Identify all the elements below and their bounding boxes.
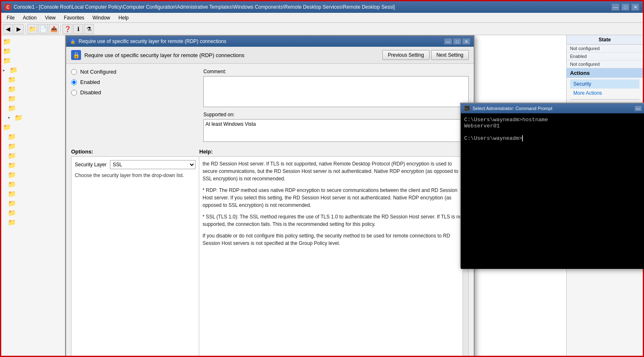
sidebar-item-5[interactable]: 📁 (6, 75, 65, 84)
radio-not-configured-input[interactable] (71, 69, 77, 75)
cmd-title-text: Select Administrator: Command Prompt (472, 106, 552, 111)
export-button[interactable]: 📤 (49, 24, 59, 34)
sidebar-item-16[interactable]: 📁 (6, 180, 65, 189)
filter-button[interactable]: ⚗ (84, 24, 94, 34)
sidebar-item-6[interactable]: 📁 (6, 84, 65, 94)
folder-icon-5: 📁 (8, 76, 16, 84)
sidebar-item-4[interactable]: ▸ 📁 (1, 65, 65, 75)
menu-view[interactable]: View (41, 14, 60, 22)
radio-enabled[interactable]: Enabled (71, 79, 195, 85)
actions-security[interactable]: Security (570, 79, 639, 89)
sidebar-item-15[interactable]: 📁 (6, 170, 65, 180)
menu-help[interactable]: Help (115, 14, 133, 22)
cmd-minimize-btn[interactable]: — (634, 105, 642, 111)
actions-divider (570, 99, 639, 100)
state-row-1: Not configured (567, 45, 643, 53)
cmd-line-2: Webserver01 (464, 123, 642, 129)
minimize-button[interactable]: — (611, 3, 620, 11)
security-layer-label: Security Layer (75, 162, 107, 168)
radio-not-configured-label: Not Configured (80, 69, 116, 75)
cmd-title-bar: >_ Select Administrator: Command Prompt … (461, 103, 644, 113)
radio-enabled-label: Enabled (80, 79, 100, 85)
dialog-minimize-btn[interactable]: — (444, 38, 452, 45)
help-text: the RD Session Host server. If TLS is no… (203, 160, 465, 247)
radio-disabled-input[interactable] (71, 90, 77, 96)
security-layer-row: Security Layer RDP Negotiate SSL (75, 160, 196, 169)
sidebar-item-11[interactable]: 📁 (6, 132, 65, 141)
sidebar-item-18[interactable]: 📁 (6, 199, 65, 208)
dialog-close-btn[interactable]: ✕ (462, 38, 470, 45)
sidebar-item-7[interactable]: 📁 (6, 94, 65, 103)
expand-arrow-4: ▸ (3, 68, 8, 72)
up-button[interactable]: 📁 (27, 24, 37, 34)
sidebar-item-2[interactable]: 📁 (1, 46, 65, 56)
help-section-label: Help: (199, 149, 469, 155)
actions-title: Actions (567, 68, 643, 78)
toolbar-sep-2 (60, 25, 61, 33)
comment-label: Comment: (203, 69, 469, 74)
folder-icon-10: 📁 (3, 123, 11, 131)
folder-icon-18: 📁 (8, 199, 16, 207)
toolbar: ◀ ▶ 📁 📄 📤 ❓ ℹ ⚗ (1, 23, 643, 35)
sidebar-item-12[interactable]: 📁 (6, 141, 65, 151)
dialog-header: 🔒 Require use of specific security layer… (66, 47, 474, 64)
folder-icon-4: 📁 (10, 66, 18, 74)
folder-icon-6: 📁 (8, 85, 16, 93)
sidebar-item-14[interactable]: 📁 (6, 161, 65, 170)
sidebar-item-13[interactable]: 📁 (6, 151, 65, 161)
show-hide-button[interactable]: 📄 (38, 24, 48, 34)
folder-icon-3: 📁 (3, 57, 11, 65)
radio-disabled-label: Disabled (80, 89, 101, 96)
about-button[interactable]: ℹ (73, 24, 83, 34)
dialog-header-title: Require use of specific security layer f… (84, 52, 244, 58)
actions-more[interactable]: More Actions (570, 89, 639, 98)
option-description: Choose the security layer from the drop-… (75, 173, 196, 178)
cmd-cursor (522, 135, 526, 141)
radio-not-configured[interactable]: Not Configured (71, 69, 195, 75)
folder-icon-9: 📁 (14, 114, 23, 122)
folder-icon-2: 📁 (3, 47, 11, 55)
sidebar-item-9[interactable]: ▾ 📁 (6, 113, 65, 122)
sidebar-item-3[interactable]: 📁 (1, 56, 65, 65)
back-button[interactable]: ◀ (3, 24, 13, 34)
folder-icon-15: 📁 (8, 171, 16, 179)
sidebar-item-10[interactable]: 📁 (1, 122, 65, 132)
folder-icon-1: 📁 (3, 38, 11, 46)
help-para-3: * SSL (TLS 1.0): The SSL method requires… (203, 213, 465, 228)
menu-favorites[interactable]: Favorites (60, 14, 88, 22)
sidebar-item-8[interactable]: 📁 (6, 103, 65, 113)
help-para-2: * RDP: The RDP method uses native RDP en… (203, 187, 465, 209)
restore-button[interactable]: □ (621, 3, 630, 11)
menu-window[interactable]: Window (89, 14, 114, 22)
sidebar: 📁 📁 📁 ▸ 📁 📁 📁 📁 📁 ▾ 📁 📁 (1, 35, 65, 357)
sidebar-item-1[interactable]: 📁 (1, 37, 65, 46)
right-panels: State Not configured Enabled Not configu… (566, 35, 643, 357)
sidebar-item-17[interactable]: 📁 (6, 189, 65, 199)
close-button[interactable]: ✕ (631, 3, 639, 11)
prev-setting-button[interactable]: Previous Setting (382, 50, 429, 60)
forward-button[interactable]: ▶ (14, 24, 24, 34)
window-controls: — □ ✕ (611, 3, 639, 11)
window-title: Console1 - [Console Root\Local Computer … (14, 4, 395, 10)
folder-icon-19: 📁 (8, 209, 16, 217)
folder-icon-7: 📁 (8, 95, 16, 103)
main-layout: 📁 📁 📁 ▸ 📁 📁 📁 📁 📁 ▾ 📁 📁 (1, 35, 643, 357)
radio-enabled-input[interactable] (71, 79, 77, 85)
dialog-controls: — □ ✕ (444, 38, 470, 45)
radio-disabled[interactable]: Disabled (71, 89, 195, 96)
menu-file[interactable]: File (3, 14, 18, 22)
sidebar-item-19[interactable]: 📁 (6, 208, 65, 218)
config-area: Not Configured Enabled Disabled (71, 69, 195, 142)
dialog-maximize-btn[interactable]: □ (453, 38, 461, 45)
next-setting-button[interactable]: Next Setting (431, 50, 469, 60)
help-button[interactable]: ❓ (62, 24, 72, 34)
security-layer-select[interactable]: RDP Negotiate SSL (110, 160, 196, 169)
comment-textarea[interactable] (203, 76, 469, 107)
state-row-2: Enabled (567, 53, 643, 60)
radio-group: Not Configured Enabled Disabled (71, 69, 195, 96)
sidebar-item-20[interactable]: 📁 (6, 218, 65, 227)
cmd-body: C:\Users\wayneadm>hostname Webserver01 C… (461, 113, 644, 269)
folder-icon-12: 📁 (8, 142, 16, 150)
folder-icon-20: 📁 (8, 218, 16, 226)
menu-action[interactable]: Action (19, 14, 40, 22)
